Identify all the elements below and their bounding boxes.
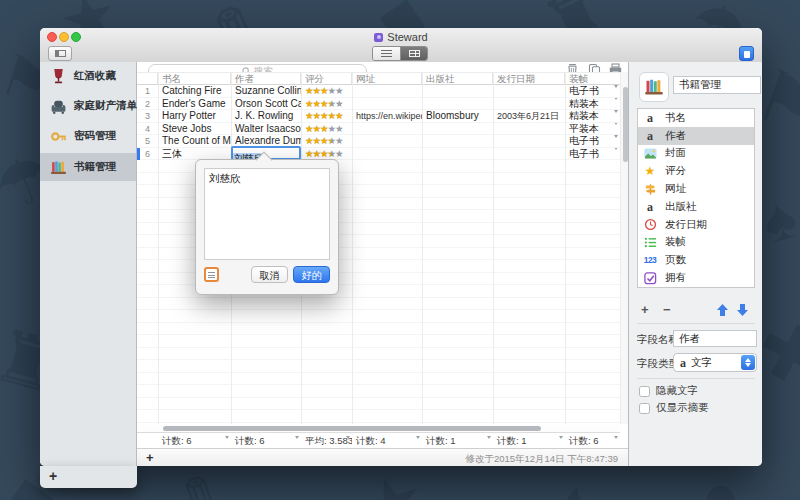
cell-url[interactable]	[352, 123, 422, 136]
star-icon[interactable]: ★★	[335, 123, 343, 136]
star-icon[interactable]: ★★	[313, 85, 321, 98]
toggle-sidebar-button[interactable]	[48, 46, 72, 61]
sidebar-item-books[interactable]: 书籍管理	[40, 153, 136, 181]
star-icon[interactable]: ★★	[328, 135, 336, 148]
stepper-icon[interactable]	[610, 150, 618, 160]
cell-release-date[interactable]	[493, 148, 565, 161]
add-collection-button[interactable]: +	[49, 468, 57, 484]
field-type-dropdown[interactable]: a 文字	[673, 353, 757, 372]
field-item-release-date[interactable]: 发行日期	[638, 216, 754, 234]
column-header-author[interactable]: 作者	[231, 73, 301, 84]
move-field-up-button[interactable]	[717, 304, 728, 316]
table-view-button[interactable]	[401, 47, 428, 60]
star-icon[interactable]: ★★	[335, 135, 343, 148]
field-item-publisher[interactable]: a出版社	[638, 198, 754, 216]
sidebar-item-household[interactable]: 家庭财产清单	[40, 92, 136, 120]
star-icon[interactable]: ★★	[320, 98, 328, 111]
cell-binding[interactable]: 精装本	[565, 110, 620, 123]
rating-stars[interactable]: ★★★★★★★★★★	[301, 135, 352, 148]
row-number[interactable]: 5	[137, 135, 158, 148]
popover-text-area[interactable]: 刘慈欣	[204, 168, 330, 260]
table-row[interactable]: 4Steve JobsWalter Isaacson★★★★★★★★★★平装本	[137, 123, 620, 136]
star-icon[interactable]: ★★	[335, 98, 343, 111]
summary-cell[interactable]: 计数: 1	[493, 433, 565, 449]
column-header-release-date[interactable]: 发行日期	[493, 73, 565, 84]
star-icon[interactable]: ★★	[335, 85, 343, 98]
share-button[interactable]	[739, 46, 754, 61]
field-name-input[interactable]	[673, 330, 757, 347]
cell-publisher[interactable]	[422, 148, 493, 161]
field-item-author[interactable]: a作者	[638, 127, 754, 145]
rating-stars[interactable]: ★★★★★★★★★★	[301, 110, 352, 123]
cell-author[interactable]: Orson Scott Card	[231, 98, 301, 111]
cell-release-date[interactable]	[493, 135, 565, 148]
star-icon[interactable]: ★★	[328, 98, 336, 111]
star-icon[interactable]: ★★	[328, 123, 336, 136]
column-header-publisher[interactable]: 出版社	[422, 73, 493, 84]
table-row[interactable]: 1Catching FireSuzanne Collins★★★★★★★★★★电…	[137, 85, 620, 98]
column-header-url[interactable]: 网址	[352, 73, 422, 84]
row-number[interactable]: 4	[137, 123, 158, 136]
column-header-title[interactable]: 书名	[158, 73, 231, 84]
field-item-binding[interactable]: 装帧	[638, 234, 754, 252]
horizontal-scrollbar[interactable]	[137, 425, 620, 432]
cell-release-date[interactable]	[493, 85, 565, 98]
star-icon[interactable]: ★★	[305, 110, 313, 123]
summary-cell[interactable]: 计数: 1	[422, 433, 493, 449]
table-row[interactable]: 5The Count of Monte...Alexandre Dumas, A…	[137, 135, 620, 148]
list-view-button[interactable]	[373, 47, 401, 60]
stepper-icon[interactable]	[610, 100, 618, 110]
star-icon[interactable]: ★★	[328, 85, 336, 98]
star-icon[interactable]: ★★	[305, 85, 313, 98]
star-icon[interactable]: ★★	[313, 110, 321, 123]
sidebar-item-passwords[interactable]: 密码管理	[40, 122, 136, 150]
cell-publisher[interactable]	[422, 123, 493, 136]
cell-binding[interactable]: 电子书	[565, 135, 620, 148]
collection-name-input[interactable]	[673, 76, 761, 94]
cell-release-date[interactable]	[493, 123, 565, 136]
cell-title[interactable]: The Count of Monte...	[158, 135, 231, 148]
star-icon[interactable]: ★★	[313, 123, 321, 136]
star-icon[interactable]: ★★	[328, 110, 336, 123]
summary-cell[interactable]: 计数: 6	[565, 433, 620, 449]
field-item-owned[interactable]: 拥有	[638, 269, 754, 287]
star-icon[interactable]: ★★	[305, 123, 313, 136]
star-icon[interactable]: ★★	[313, 135, 321, 148]
cell-title[interactable]: Harry Potter	[158, 110, 231, 123]
cell-author[interactable]: Walter Isaacson	[231, 123, 301, 136]
hide-text-checkbox[interactable]	[639, 386, 650, 397]
star-icon[interactable]: ★★	[320, 110, 328, 123]
summary-cell[interactable]: 计数: 6	[231, 433, 301, 449]
cell-title[interactable]: Steve Jobs	[158, 123, 231, 136]
vertical-scrollbar[interactable]	[620, 72, 628, 424]
star-icon[interactable]: ★★	[305, 135, 313, 148]
cell-author[interactable]: Suzanne Collins	[231, 85, 301, 98]
stepper-icon[interactable]	[610, 125, 618, 135]
column-header-rating[interactable]: 评分	[301, 73, 352, 84]
table-row[interactable]: 3Harry PotterJ. K. Rowling★★★★★★★★★★http…	[137, 110, 620, 123]
star-icon[interactable]: ★★	[335, 110, 343, 123]
star-icon[interactable]: ★★	[305, 98, 313, 111]
popover-format-button[interactable]	[204, 267, 219, 282]
row-number[interactable]: 2	[137, 98, 158, 111]
summary-cell[interactable]: 计数: 4	[352, 433, 422, 449]
field-item-rating[interactable]: ★评分	[638, 162, 754, 180]
cell-publisher[interactable]	[422, 85, 493, 98]
cell-title[interactable]: Ender's Game	[158, 98, 231, 111]
cell-url[interactable]	[352, 85, 422, 98]
cell-url[interactable]: https://en.wikipedia...	[352, 110, 422, 123]
field-item-url[interactable]: 网址	[638, 180, 754, 198]
field-item-cover[interactable]: 封面	[638, 145, 754, 163]
star-icon[interactable]: ★★	[313, 98, 321, 111]
cell-binding[interactable]: 精装本	[565, 98, 620, 111]
cell-url[interactable]	[352, 98, 422, 111]
cell-release-date[interactable]	[493, 98, 565, 111]
summary-only-checkbox[interactable]	[639, 403, 650, 414]
cell-publisher[interactable]	[422, 135, 493, 148]
ok-button[interactable]: 好的	[293, 266, 330, 283]
star-icon[interactable]: ★★	[320, 135, 328, 148]
row-number[interactable]: 6	[137, 148, 158, 161]
field-item-title[interactable]: a书名	[638, 109, 754, 127]
row-number[interactable]: 3	[137, 110, 158, 123]
cancel-button[interactable]: 取消	[251, 266, 288, 283]
